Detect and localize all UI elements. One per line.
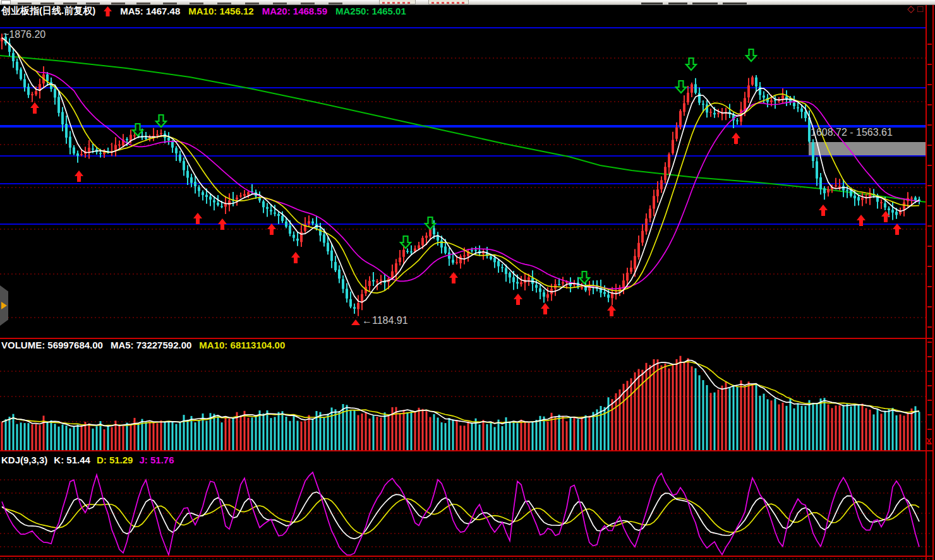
symbol-title: 创业板指(日线.前复权) (1, 5, 95, 17)
menu-text-cropped (668, 3, 687, 4)
app-icon[interactable] (1, 0, 11, 4)
up-arrow-icon (104, 6, 112, 16)
menu-text-cropped (641, 3, 663, 4)
kdj-d-value: D: 51.29 (97, 455, 133, 465)
menu-item-cropped[interactable] (301, 3, 315, 4)
menu-item-cropped[interactable] (40, 3, 54, 4)
menu-item-cropped[interactable] (217, 3, 231, 4)
trading-app-window: 创业板指(日线.前复权) MA5: 1467.48 MA10: 1456.12 … (0, 0, 935, 560)
menu-item-cropped[interactable] (18, 3, 32, 4)
volume-value: VOLUME: 56997684.00 (1, 340, 103, 350)
menu-item-cropped[interactable] (190, 3, 203, 4)
volume-ma5: MA5: 73227592.00 (111, 340, 191, 350)
menu-item-cropped[interactable] (86, 3, 100, 4)
menu-item-cropped[interactable] (63, 3, 77, 4)
menu-item-cropped[interactable] (111, 3, 125, 4)
ma20-legend: MA20: 1468.59 (262, 6, 327, 16)
chart-header: 创业板指(日线.前复权) MA5: 1467.48 MA10: 1456.12 … (1, 5, 406, 17)
kdj-title: KDJ(9,3,3) (1, 455, 47, 465)
diamond-icon[interactable]: ◇ (907, 4, 915, 13)
volume-ma10: MA10: 68113104.00 (199, 340, 285, 350)
kdj-k-value: K: 51.44 (54, 455, 90, 465)
toolbar-button-red-1[interactable] (379, 0, 416, 4)
menu-item-cropped[interactable] (245, 3, 259, 4)
price-range-label: 1608.72 - 1563.61 (811, 127, 893, 138)
menu-item-cropped[interactable] (163, 3, 177, 4)
ma10-legend: MA10: 1456.12 (188, 6, 253, 16)
menu-bar[interactable] (0, 0, 935, 5)
expand-arrow-icon (1, 302, 7, 309)
volume-header: VOLUME: 56997684.00 MA5: 73227592.00 MA1… (1, 340, 285, 350)
menu-item-cropped[interactable] (136, 3, 150, 4)
menu-item-cropped[interactable] (329, 3, 342, 4)
red-text-smudge (431, 2, 466, 4)
sidebar-expand-handle[interactable] (0, 285, 8, 326)
period-low-label: ←1184.91 (362, 315, 408, 326)
red-text-smudge (382, 2, 413, 4)
menu-text-cropped (692, 3, 718, 4)
menu-item-cropped[interactable] (273, 3, 287, 4)
chart-canvas[interactable] (0, 0, 935, 560)
period-high-label: ~1876.20 (3, 29, 45, 40)
pane-close-button[interactable]: X (926, 436, 932, 446)
kdj-j-value: J: 51.76 (139, 455, 174, 465)
toolbar-button-red-2[interactable] (428, 0, 469, 4)
ma5-legend: MA5: 1467.48 (120, 6, 180, 16)
maximize-window-icon[interactable]: □ (917, 4, 923, 13)
menu-text-cropped (723, 3, 747, 4)
kdj-header: KDJ(9,3,3) K: 51.44 D: 51.29 J: 51.76 (1, 455, 174, 465)
ma250-legend: MA250: 1465.01 (335, 6, 406, 16)
